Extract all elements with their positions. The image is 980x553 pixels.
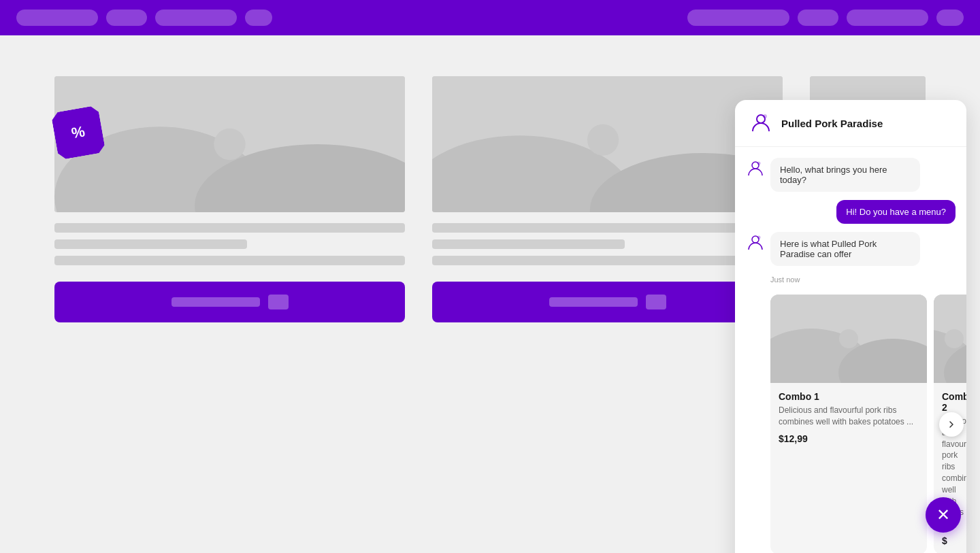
header-extra[interactable] [936,10,964,26]
menu-item-price-1: $12,99 [779,433,919,444]
svg-point-7 [587,124,619,155]
user-message: Hi! Do you have a menu? [836,200,956,224]
card-image-2 [432,76,783,212]
menu-item-desc-1: Delicious and flavourful pork ribs combi… [779,405,919,428]
header-left [16,10,272,26]
bot-message-avatar-2 [746,233,765,252]
header-signin[interactable] [687,10,789,26]
skeleton-desc-1 [54,256,405,265]
message-time: Just now [770,275,956,284]
svg-point-21 [839,329,858,348]
skeleton-desc-2 [432,256,783,265]
chat-header: Pulled Pork Paradise [735,100,966,147]
main-content: % [0,35,980,350]
btn-icon-2 [646,295,666,309]
svg-point-3 [214,129,245,160]
card-content-1 [54,212,405,276]
add-to-cart-button-2[interactable] [432,282,783,322]
card-image-1 [54,76,405,212]
bot-message-row-2: Here is what Pulled Pork Paradise can of… [746,232,956,266]
header-nav-2[interactable] [155,10,237,26]
menu-card-image-2 [934,295,966,383]
svg-point-25 [945,329,964,348]
header [0,0,980,35]
skeleton-subtitle-1 [54,239,247,249]
header-register[interactable] [798,10,838,26]
bot-message-1: Hello, what brings you here today? [770,158,920,192]
svg-point-15 [757,162,761,165]
header-cart[interactable] [847,10,928,26]
menu-next-button[interactable] [939,412,964,437]
bot-message-avatar-1 [746,159,765,178]
header-nav-3[interactable] [245,10,272,26]
skeleton-title-2 [432,223,783,233]
chat-fab-button[interactable]: ✕ [926,497,961,533]
product-card-2 [432,76,783,322]
menu-item-price-2: $ [942,535,966,546]
menu-card-content-1: Combo 1 Delicious and flavourful pork ri… [770,383,927,452]
chat-messages: Hello, what brings you here today? Hi! D… [735,147,966,295]
card-content-2 [432,212,783,276]
user-message-row: Hi! Do you have a menu? [746,200,956,224]
chat-title: Pulled Pork Paradise [781,118,883,129]
header-logo[interactable] [16,10,98,26]
bot-message-2: Here is what Pulled Pork Paradise can of… [770,232,920,266]
chat-panel: Pulled Pork Paradise Hello, what brings … [735,100,966,553]
btn-icon-1 [268,295,289,309]
discount-tag: % [50,105,105,160]
skeleton-title-1 [54,223,405,233]
close-icon: ✕ [936,505,950,524]
header-right [687,10,964,26]
btn-text-1 [172,297,260,307]
menu-card-1[interactable]: Combo 1 Delicious and flavourful pork ri… [770,295,927,553]
product-card-1 [54,76,405,322]
menu-item-title-2: Combo 2 [942,391,966,413]
bot-avatar-icon [749,111,773,135]
header-nav-1[interactable] [106,10,147,26]
svg-point-17 [757,236,761,239]
add-to-cart-button-1[interactable] [54,282,405,322]
menu-item-title-1: Combo 1 [779,391,919,402]
menu-card-image-1 [770,295,927,383]
skeleton-subtitle-2 [432,239,625,249]
btn-text-2 [549,297,638,307]
bot-message-row-1: Hello, what brings you here today? [746,158,956,192]
svg-point-13 [763,114,767,118]
